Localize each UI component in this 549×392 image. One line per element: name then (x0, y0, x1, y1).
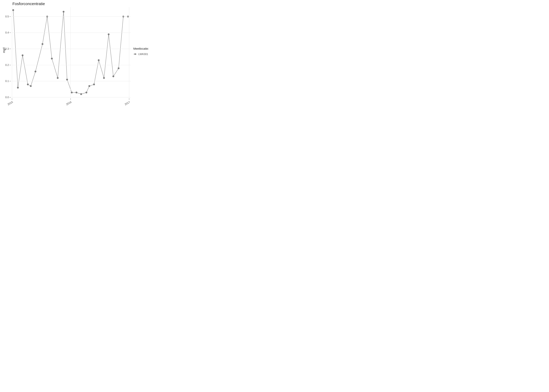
gridline-horizontal (10, 97, 131, 98)
data-point (108, 34, 110, 35)
gridline-horizontal (10, 65, 131, 65)
y-tick-label: 0.3 (0, 47, 9, 50)
plot-panel (10, 7, 131, 99)
x-tick-mark (70, 99, 71, 99)
y-tick-mark (10, 97, 10, 98)
y-tick-mark (10, 16, 10, 17)
gridline-horizontal (10, 49, 131, 49)
legend-item-label: LWK001 (138, 53, 148, 56)
data-point (66, 79, 68, 80)
data-point (118, 67, 120, 69)
y-tick-label: 0.1 (0, 80, 9, 83)
gridline-horizontal (10, 33, 131, 33)
legend: Meetlocatie: LWK001 (133, 47, 149, 56)
data-point (98, 59, 100, 61)
gridline-vertical (12, 7, 12, 99)
gridline-horizontal (10, 16, 131, 17)
x-tick-label: 2017 (124, 100, 131, 106)
legend-title: Meetlocatie: (133, 47, 149, 50)
data-point (113, 75, 114, 77)
x-tick-mark (12, 99, 12, 99)
gridline-vertical (70, 7, 71, 99)
data-point (88, 85, 90, 87)
data-point (27, 84, 29, 85)
gridline-horizontal (10, 81, 131, 81)
y-tick-mark (10, 65, 10, 65)
x-tick-label: 2015 (7, 100, 14, 106)
data-point (57, 77, 59, 79)
data-point (17, 87, 19, 89)
legend-swatch-icon (133, 52, 137, 56)
y-tick-label: 0.4 (0, 31, 9, 34)
data-point (93, 84, 95, 85)
data-point (51, 58, 53, 59)
legend-item: LWK001 (133, 52, 149, 56)
data-point (80, 93, 82, 95)
x-tick-mark (129, 99, 129, 99)
data-point (35, 70, 36, 72)
chart-container: Fosforconcentratie mg/l Meetlocatie: LWK… (0, 0, 157, 112)
y-tick-mark (10, 49, 10, 49)
x-tick-label: 2016 (65, 100, 72, 106)
y-tick-label: 0.0 (0, 96, 9, 99)
chart-title: Fosforconcentratie (12, 1, 45, 6)
data-point (103, 77, 105, 79)
data-point (30, 85, 32, 87)
data-point (85, 91, 87, 93)
y-tick-mark (10, 81, 10, 81)
data-point (22, 55, 23, 56)
data-point (76, 91, 77, 93)
y-tick-label: 0.2 (0, 63, 9, 67)
data-point (12, 9, 14, 11)
gridline-vertical (129, 7, 129, 99)
data-point (42, 43, 43, 45)
data-point (71, 91, 73, 93)
y-tick-label: 0.5 (0, 15, 9, 18)
y-tick-mark (10, 33, 10, 33)
data-point (63, 11, 64, 13)
